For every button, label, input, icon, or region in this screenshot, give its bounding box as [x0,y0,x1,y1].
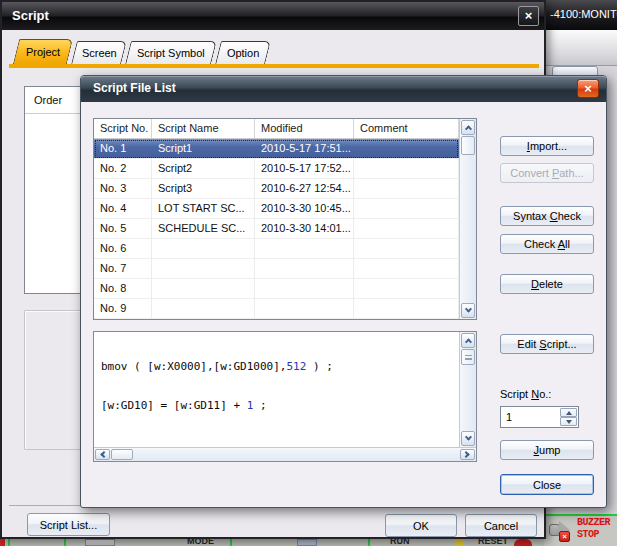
edit-script-button[interactable]: Edit Script... [500,334,594,354]
cell: Script3 [152,179,255,198]
scroll-down-icon[interactable] [461,303,475,318]
column-header[interactable]: Modified [255,119,354,138]
cell [152,259,255,278]
cell: No. 9 [94,299,152,318]
import-button[interactable]: Import... [500,136,594,156]
table-row[interactable]: No. 6 [94,239,459,259]
cell [255,279,354,298]
cell [354,219,459,238]
scrollbar-thumb[interactable] [111,449,133,460]
script-no-label: Script No.: [500,388,551,400]
script-dialog-titlebar: Script × [2,2,544,30]
scroll-down-icon[interactable] [461,431,475,446]
spinner-up-icon[interactable] [560,408,577,417]
cell: 2010-5-17 17:51... [255,139,354,158]
cell [354,279,459,298]
table-row-selected[interactable]: No. 1 Script1 2010-5-17 17:51... [94,139,459,159]
table-body: No. 1 Script1 2010-5-17 17:51... No. 2 S… [94,139,459,319]
script-file-table: Script No. Script Name Modified Comment … [93,118,477,320]
cell: No. 1 [94,139,152,158]
code-line: bmov ( [w:X0000],[w:GD1000],512 ) ; [101,361,458,374]
column-header[interactable]: Comment [354,119,459,138]
code-text: bmov ( [w:X0000],[w:GD1000],512 ) ; [w:G… [95,333,458,446]
table-row[interactable]: No. 3 Script3 2010-6-27 12:54... [94,179,459,199]
cell [354,139,459,158]
scrollbar-thumb[interactable] [461,136,475,155]
cell: No. 3 [94,179,152,198]
table-row[interactable]: No. 5 SCHEDULE SC... 2010-3-30 14:01... [94,219,459,239]
table-scrollbar[interactable] [459,119,476,319]
table-header: Script No. Script Name Modified Comment [94,119,459,139]
tab-label: Screen [81,47,116,59]
tab-script-symbol[interactable]: Script Symbol [125,41,217,64]
column-header[interactable]: Script Name [152,119,255,138]
hmi-screen-strip: MODE RUN RESET [0,539,544,546]
delete-button[interactable]: Delete [500,274,594,294]
file-list-titlebar: Script File List × [81,76,606,102]
close-icon[interactable]: × [518,6,539,26]
hmi-green-line [8,539,10,546]
scroll-left-icon[interactable] [95,449,110,460]
table-row[interactable]: No. 2 Script2 2010-5-17 17:52... [94,159,459,179]
label: Cancel [484,520,518,532]
hmi-icon-fragment [297,539,317,546]
tab-project[interactable]: Project [13,39,73,64]
scroll-right-icon[interactable] [460,449,475,460]
label: Import... [527,140,567,152]
code-line: [w:GD10] = [w:GD11] + 1 ; [101,400,458,413]
cell [152,239,255,258]
cell [255,259,354,278]
hmi-status-area: × BUZZER STOP [544,514,617,546]
table-row[interactable]: No. 4 LOT START SC... 2010-3-30 10:45... [94,199,459,219]
cell: Script2 [152,159,255,178]
tab-label: Project [26,46,60,58]
label: Convert Path... [510,167,583,179]
script-list-button[interactable]: Script List... [27,513,110,536]
hmi-mode-label: MODE [187,539,214,546]
active-tab-underline [9,64,539,68]
cell [354,259,459,278]
convert-path-button[interactable]: Convert Path... [500,163,594,183]
script-no-input[interactable] [502,408,560,426]
cell: No. 8 [94,279,152,298]
cell: 2010-3-30 10:45... [255,199,354,218]
screen: -4100:MONITO × BUZZER STOP MODE RUN RESE… [0,0,617,546]
cell [354,159,459,178]
code-scrollbar-horizontal[interactable] [94,447,476,461]
close-button[interactable]: Close [500,474,594,495]
script-no-spinner [500,406,579,428]
cancel-button[interactable]: Cancel [465,514,537,537]
background-window-title: -4100:MONITO [550,8,617,20]
jump-button[interactable]: Jump [500,440,594,460]
label: Jump [534,444,561,456]
syntax-check-button[interactable]: Syntax Check [500,206,594,226]
cell: 2010-6-27 12:54... [255,179,354,198]
scrollbar-thumb[interactable] [461,349,475,365]
cell: 2010-3-30 14:01... [255,219,354,238]
tab-label: Script Symbol [137,47,205,59]
code-scrollbar-vertical[interactable] [459,332,476,447]
label: Close [533,479,561,491]
table-row[interactable]: No. 9 [94,299,459,319]
spinner-down-icon[interactable] [560,417,577,426]
hmi-green-line [64,539,66,546]
hmi-green-line [230,539,232,546]
cell: 2010-5-17 17:52... [255,159,354,178]
cell: No. 4 [94,199,152,218]
cell [152,299,255,318]
buzzer-error-icon: × [559,531,570,542]
table-row[interactable]: No. 7 [94,259,459,279]
script-file-list-dialog: Script File List × Script No. Script Nam… [80,75,607,508]
table-row[interactable]: No. 8 [94,279,459,299]
scroll-up-icon[interactable] [461,333,475,348]
tab-option[interactable]: Option [215,41,271,64]
script-code-preview[interactable]: bmov ( [w:X0000],[w:GD1000],512 ) ; [w:G… [93,331,477,462]
ok-button[interactable]: OK [385,514,457,537]
cell: No. 7 [94,259,152,278]
close-icon[interactable]: × [577,79,599,98]
tab-screen[interactable]: Screen [71,41,127,64]
cell: No. 5 [94,219,152,238]
check-all-button[interactable]: Check All [500,234,594,254]
column-header[interactable]: Script No. [94,119,152,138]
scroll-up-icon[interactable] [461,120,475,135]
